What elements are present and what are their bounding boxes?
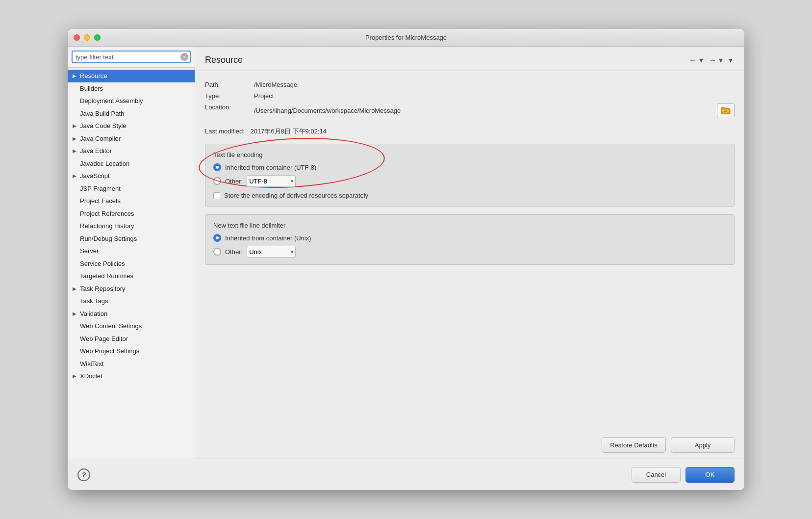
apply-button[interactable]: Apply bbox=[671, 437, 735, 453]
sidebar-item-label: Javadoc Location bbox=[80, 159, 129, 169]
back-button[interactable]: ← ▾ bbox=[687, 54, 705, 66]
restore-defaults-button[interactable]: Restore Defaults bbox=[602, 437, 666, 453]
arrow-icon: ▶ bbox=[73, 135, 78, 142]
type-value: Project bbox=[254, 92, 274, 100]
sidebar-item-xdoclet[interactable]: ▶ XDoclet bbox=[68, 370, 195, 383]
main-window: Properties for MicroMessage ✕ ▶ Resource… bbox=[68, 29, 744, 490]
line-delimiter-title: New text file line delimiter bbox=[213, 222, 726, 229]
info-table: Path: /MicroMessage Type: Project Locati… bbox=[205, 81, 735, 117]
unix-select-wrapper: Unix bbox=[247, 246, 296, 258]
encoding-select[interactable]: UTF-8 bbox=[247, 175, 296, 187]
sidebar-item-label: Server bbox=[80, 246, 99, 256]
window-controls bbox=[74, 34, 101, 41]
cancel-button[interactable]: Cancel bbox=[632, 467, 681, 483]
sidebar-item-label: Service Policies bbox=[80, 259, 125, 269]
sidebar-item-label: WikiText bbox=[80, 359, 103, 369]
sidebar-item-label: Java Editor bbox=[80, 146, 112, 156]
sidebar-item-label: Builders bbox=[80, 84, 103, 94]
sidebar-item-task-tags[interactable]: Task Tags bbox=[68, 295, 195, 308]
minimize-button[interactable] bbox=[84, 34, 90, 41]
sidebar-item-builders[interactable]: Builders bbox=[68, 82, 195, 95]
sidebar-item-web-page-editor[interactable]: Web Page Editor bbox=[68, 333, 195, 345]
store-encoding-row: Store the encoding of derived resources … bbox=[213, 192, 726, 199]
delimiter-select[interactable]: Unix bbox=[247, 246, 296, 258]
location-row: Location: /Users/lihang/Documents/worksp… bbox=[205, 104, 735, 117]
sidebar-item-label: Java Code Style bbox=[80, 121, 127, 131]
sidebar-item-server[interactable]: Server bbox=[68, 245, 195, 258]
sidebar-item-web-content-settings[interactable]: Web Content Settings bbox=[68, 320, 195, 333]
type-row: Type: Project bbox=[205, 92, 735, 100]
panel-body: Path: /MicroMessage Type: Project Locati… bbox=[195, 71, 744, 431]
panel-footer: Restore Defaults Apply bbox=[195, 431, 744, 459]
sidebar-item-resource[interactable]: ▶ Resource bbox=[68, 70, 195, 82]
sidebar-item-wikitext[interactable]: WikiText bbox=[68, 358, 195, 370]
sidebar-item-java-compiler[interactable]: ▶ Java Compiler bbox=[68, 132, 195, 145]
sidebar-item-label: Project References bbox=[80, 209, 134, 219]
sidebar-item-javadoc-location[interactable]: Javadoc Location bbox=[68, 157, 195, 170]
other-encoding-radio[interactable] bbox=[213, 177, 221, 185]
other-delimiter-label: Other: bbox=[225, 248, 243, 256]
main-content: ✕ ▶ Resource Builders Deployment Assembl… bbox=[68, 47, 744, 459]
ok-button[interactable]: OK bbox=[685, 467, 735, 483]
search-clear-button[interactable]: ✕ bbox=[180, 53, 188, 61]
location-browse-button[interactable] bbox=[717, 104, 735, 117]
sidebar-item-task-repository[interactable]: ▶ Task Repository bbox=[68, 283, 195, 295]
navigation-arrows: ← ▾ → ▾ ▾ bbox=[687, 54, 735, 66]
arrow-icon: ▶ bbox=[73, 285, 78, 292]
sidebar-item-javascript[interactable]: ▶ JavaScript bbox=[68, 170, 195, 182]
inherited-unix-label: Inherited from container (Unix) bbox=[225, 234, 311, 242]
sidebar-item-label: Targeted Runtimes bbox=[80, 271, 133, 281]
store-encoding-label: Store the encoding of derived resources … bbox=[224, 192, 368, 199]
inherited-unix-radio[interactable] bbox=[213, 234, 221, 242]
forward-button[interactable]: → ▾ bbox=[707, 54, 725, 66]
last-modified-row: Last modified: 2017年6月8日 下午9:02:14 bbox=[205, 127, 735, 136]
sidebar-item-run-debug-settings[interactable]: Run/Debug Settings bbox=[68, 233, 195, 245]
sidebar-item-jsp-fragment[interactable]: JSP Fragment bbox=[68, 182, 195, 195]
sidebar-items-list: ▶ Resource Builders Deployment Assembly … bbox=[68, 68, 195, 459]
sidebar-item-validation[interactable]: ▶ Validation bbox=[68, 308, 195, 320]
view-menu-button[interactable]: ▾ bbox=[727, 54, 735, 66]
store-encoding-checkbox[interactable] bbox=[213, 192, 220, 199]
sidebar-item-deployment-assembly[interactable]: Deployment Assembly bbox=[68, 95, 195, 107]
last-modified-label: Last modified: bbox=[205, 128, 245, 135]
other-encoding-label: Other: bbox=[225, 178, 243, 185]
path-label: Path: bbox=[205, 81, 254, 88]
sidebar-item-refactoring-history[interactable]: Refactoring History bbox=[68, 220, 195, 233]
sidebar-item-label: JSP Fragment bbox=[80, 184, 121, 194]
search-input[interactable] bbox=[72, 51, 191, 63]
sidebar-item-project-facets[interactable]: Project Facets bbox=[68, 195, 195, 208]
maximize-button[interactable] bbox=[94, 34, 101, 41]
sidebar-item-project-references[interactable]: Project References bbox=[68, 208, 195, 220]
sidebar-item-java-code-style[interactable]: ▶ Java Code Style bbox=[68, 120, 195, 132]
sidebar-item-java-editor[interactable]: ▶ Java Editor bbox=[68, 145, 195, 157]
panel-title: Resource bbox=[205, 55, 243, 65]
svg-rect-1 bbox=[721, 107, 725, 109]
sidebar-item-java-build-path[interactable]: Java Build Path bbox=[68, 107, 195, 120]
inherited-utf8-radio[interactable] bbox=[213, 163, 221, 171]
bottom-bar: ? Cancel OK bbox=[68, 459, 744, 490]
sidebar-item-web-project-settings[interactable]: Web Project Settings bbox=[68, 345, 195, 358]
close-button[interactable] bbox=[74, 34, 80, 41]
arrow-icon: ▶ bbox=[73, 147, 78, 155]
line-delimiter-section: New text file line delimiter Inherited f… bbox=[205, 214, 735, 265]
sidebar-item-label: Java Compiler bbox=[80, 134, 121, 144]
right-panel: Resource ← ▾ → ▾ ▾ Path: /MicroMessage T… bbox=[195, 47, 744, 459]
bottom-right-buttons: Cancel OK bbox=[632, 467, 735, 483]
sidebar-item-label: Project Facets bbox=[80, 196, 121, 206]
inherited-utf8-label: Inherited from container (UTF-8) bbox=[225, 164, 316, 171]
sidebar-item-label: Web Content Settings bbox=[80, 321, 142, 331]
sidebar-item-targeted-runtimes[interactable]: Targeted Runtimes bbox=[68, 270, 195, 283]
inherited-utf8-row: Inherited from container (UTF-8) bbox=[213, 163, 726, 171]
sidebar-item-label: Validation bbox=[80, 309, 107, 319]
arrow-icon: ▶ bbox=[73, 122, 78, 130]
sidebar-item-label: Task Tags bbox=[80, 296, 108, 306]
arrow-icon: ▶ bbox=[73, 310, 78, 317]
sidebar-item-label: JavaScript bbox=[80, 171, 110, 181]
help-button[interactable]: ? bbox=[77, 468, 90, 481]
sidebar-item-label: Web Project Settings bbox=[80, 346, 139, 356]
utf8-select-wrapper: UTF-8 bbox=[247, 175, 296, 187]
sidebar-item-label: Deployment Assembly bbox=[80, 96, 143, 106]
other-delimiter-radio[interactable] bbox=[213, 248, 221, 256]
sidebar-item-label: Resource bbox=[80, 71, 107, 81]
sidebar-item-service-policies[interactable]: Service Policies bbox=[68, 258, 195, 270]
